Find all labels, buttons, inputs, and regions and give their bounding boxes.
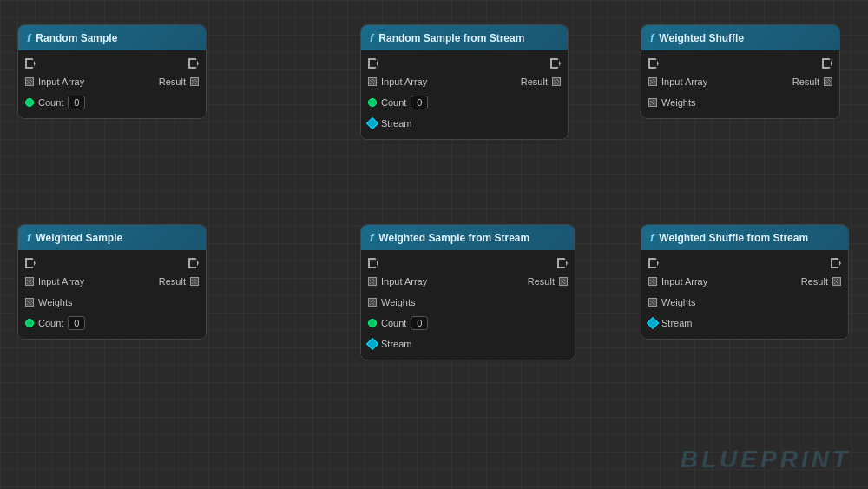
exec-in-pin[interactable] [25,58,36,69]
exec-out-pin[interactable] [831,258,841,268]
stream-pin[interactable]: Stream [648,318,692,328]
node-weighted-shuffle-stream[interactable]: f Weighted Shuffle from Stream Input Arr… [641,224,849,340]
weights-row: Weights [641,292,848,313]
exec-in-pin[interactable] [648,258,659,268]
node-title: Weighted Shuffle from Stream [659,232,808,244]
weights-row: Weights [641,92,839,113]
array-pin-icon [648,277,657,286]
exec-out-pin[interactable] [822,58,832,69]
weights-label: Weights [381,297,416,307]
node-title: Weighted Shuffle [659,32,744,44]
input-array-pin[interactable]: Input Array [648,276,707,287]
count-value[interactable]: 0 [68,96,85,109]
exec-out-pin[interactable] [557,258,568,268]
count-value[interactable]: 0 [411,316,428,330]
exec-out-pin[interactable] [188,258,199,268]
weights-array-pin-icon [648,98,657,107]
exec-in-pin[interactable] [648,58,659,69]
input-array-pin[interactable]: Input Array [368,276,427,287]
weights-row: Weights [18,292,206,313]
blueprint-watermark: BLUEPRINT [681,446,851,473]
exec-out-pin[interactable] [188,58,199,69]
result-pin[interactable]: Result [159,276,199,287]
input-array-pin[interactable]: Input Array [368,76,427,87]
exec-row [18,56,206,71]
exec-in-pin[interactable] [368,58,378,69]
input-array-pin[interactable]: Input Array [25,276,84,287]
node-body: Input Array Result Weights [641,50,839,118]
input-array-label: Input Array [661,76,707,87]
exec-row [361,56,568,71]
result-label: Result [528,276,555,287]
node-header-random-stream: f Random Sample from Stream [361,25,568,50]
function-icon: f [650,231,654,244]
array-row: Input Array Result [361,71,568,92]
node-title: Weighted Sample [36,232,122,244]
input-array-pin[interactable]: Input Array [648,76,707,87]
count-label: Count [381,97,406,108]
node-title: Random Sample from Stream [378,32,524,44]
exec-out-pin[interactable] [550,58,561,69]
weights-pin[interactable]: Weights [648,97,696,108]
result-pin[interactable]: Result [159,76,199,87]
weights-row: Weights [361,292,575,313]
weights-pin[interactable]: Weights [368,297,416,307]
weights-pin[interactable]: Weights [648,297,696,307]
green-circle-icon [25,98,34,107]
result-pin[interactable]: Result [801,276,841,287]
node-weighted-sample[interactable]: f Weighted Sample Input Array Result Wei… [17,224,207,340]
stream-label: Stream [381,118,411,129]
count-value[interactable]: 0 [411,96,428,109]
count-pin[interactable]: Count 0 [25,96,85,109]
node-random-stream[interactable]: f Random Sample from Stream Input Array … [360,24,569,140]
exec-row [641,255,848,271]
result-pin[interactable]: Result [521,76,561,87]
node-title: Random Sample [36,32,117,44]
stream-pin[interactable]: Stream [368,339,411,349]
node-header-random-sample: f Random Sample [18,25,206,50]
teal-diamond-icon [366,338,378,350]
count-label: Count [38,97,63,108]
function-icon: f [370,231,373,244]
weights-label: Weights [661,97,696,108]
function-icon: f [370,31,373,44]
node-body: Input Array Result Count 0 Stream [361,50,568,139]
node-header-weighted-stream: f Weighted Sample from Stream [361,225,575,250]
teal-diamond-icon [366,117,378,129]
weights-pin[interactable]: Weights [25,297,73,307]
exec-in-pin[interactable] [368,258,378,268]
result-array-pin-icon [832,277,841,286]
array-row: Input Array Result [361,271,575,292]
node-random-sample[interactable]: f Random Sample Input Array Result Count… [17,24,207,119]
count-pin[interactable]: Count 0 [25,316,85,330]
node-header-weighted-shuffle: f Weighted Shuffle [641,25,839,50]
green-circle-icon [25,319,34,327]
result-array-pin-icon [559,277,568,286]
weights-label: Weights [661,297,696,307]
input-array-label: Input Array [381,76,427,87]
result-label: Result [521,76,548,87]
node-weighted-stream[interactable]: f Weighted Sample from Stream Input Arra… [360,224,575,360]
count-value[interactable]: 0 [68,316,85,330]
array-row: Input Array Result [18,271,206,292]
exec-row [18,255,206,271]
count-pin[interactable]: Count 0 [368,96,428,109]
node-body: Input Array Result Count 0 [18,50,206,118]
result-pin[interactable]: Result [792,76,832,87]
array-row: Input Array Result [641,271,848,292]
node-header-weighted-shuffle-stream: f Weighted Shuffle from Stream [641,225,848,250]
result-pin[interactable]: Result [528,276,568,287]
count-row: Count 0 [361,313,575,334]
exec-row [361,255,575,271]
input-array-pin[interactable]: Input Array [25,76,84,87]
exec-in-pin[interactable] [25,258,36,268]
result-label: Result [159,76,186,87]
result-label: Result [801,276,828,287]
count-pin[interactable]: Count 0 [368,316,428,330]
node-body: Input Array Result Weights Count 0 [18,250,206,339]
green-circle-icon [368,319,377,327]
stream-pin[interactable]: Stream [368,118,411,129]
node-title: Weighted Sample from Stream [378,232,529,244]
stream-row: Stream [641,313,848,334]
node-weighted-shuffle[interactable]: f Weighted Shuffle Input Array Result We… [641,24,840,119]
